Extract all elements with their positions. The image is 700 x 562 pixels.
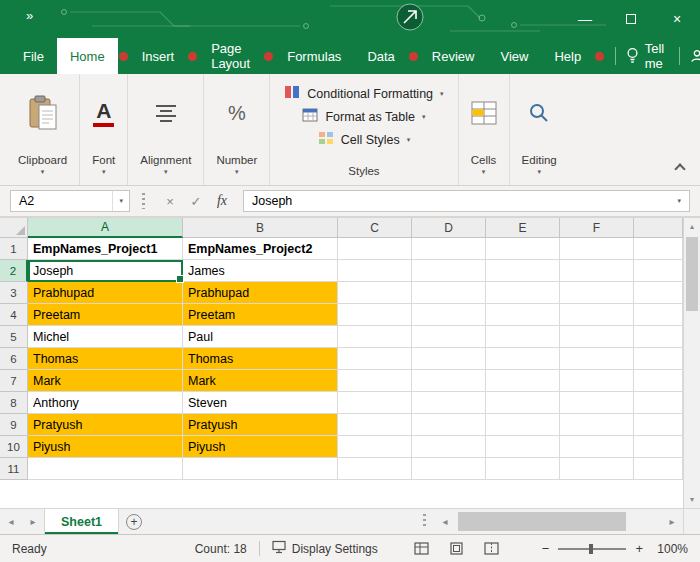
cell-E2[interactable] <box>486 260 560 282</box>
cell-C4[interactable] <box>338 304 412 326</box>
collapse-ribbon-icon[interactable] <box>674 163 685 174</box>
tab-home[interactable]: Home <box>57 38 118 74</box>
column-header-E[interactable]: E <box>486 218 560 238</box>
cell-F8[interactable] <box>560 392 634 414</box>
cell-styles-button[interactable]: Cell Styles ▾ <box>314 128 415 151</box>
cell-E10[interactable] <box>486 436 560 458</box>
cell-B5[interactable]: Paul <box>183 326 338 348</box>
cell-E9[interactable] <box>486 414 560 436</box>
splitter-dots-icon[interactable] <box>423 514 426 529</box>
quick-access-icon[interactable]: » <box>26 9 33 22</box>
cell-G4[interactable] <box>634 304 683 326</box>
cell-B6[interactable]: Thomas <box>183 348 338 370</box>
cell-F3[interactable] <box>560 282 634 304</box>
tab-formulas[interactable]: Formulas <box>274 38 354 74</box>
cell-E8[interactable] <box>486 392 560 414</box>
clipboard-group[interactable]: Clipboard ▾ <box>6 74 79 185</box>
format-as-table-button[interactable]: Format as Table ▾ <box>298 105 429 128</box>
cell-D3[interactable] <box>412 282 486 304</box>
cell-E4[interactable] <box>486 304 560 326</box>
cell-F9[interactable] <box>560 414 634 436</box>
tab-data[interactable]: Data <box>354 38 407 74</box>
row-header-9[interactable]: 9 <box>0 414 28 436</box>
cell-A2-selected[interactable]: Joseph <box>28 260 183 282</box>
status-mode[interactable]: Ready <box>12 542 47 556</box>
horizontal-scrollbar[interactable] <box>456 509 661 534</box>
cell-F4[interactable] <box>560 304 634 326</box>
cell-F2[interactable] <box>560 260 634 282</box>
tab-file[interactable]: File <box>10 38 57 74</box>
cell-C8[interactable] <box>338 392 412 414</box>
cell-A7[interactable]: Mark <box>28 370 183 392</box>
cell-A9[interactable]: Pratyush <box>28 414 183 436</box>
zoom-slider[interactable] <box>558 548 626 550</box>
cell-C3[interactable] <box>338 282 412 304</box>
page-break-view-icon[interactable] <box>482 540 501 557</box>
new-sheet-button[interactable]: + <box>119 509 149 534</box>
number-group[interactable]: % Number ▾ <box>203 74 269 185</box>
cell-G3[interactable] <box>634 282 683 304</box>
chevron-down-icon[interactable]: ▾ <box>677 197 681 205</box>
cell-B9[interactable]: Pratyush <box>183 414 338 436</box>
cell-B4[interactable]: Preetam <box>183 304 338 326</box>
tab-review[interactable]: Review <box>419 38 488 74</box>
cell-G7[interactable] <box>634 370 683 392</box>
cell-D8[interactable] <box>412 392 486 414</box>
zoom-slider-thumb[interactable] <box>589 544 593 554</box>
chevron-down-icon[interactable]: ▾ <box>102 168 106 175</box>
tab-view[interactable]: View <box>487 38 541 74</box>
scroll-up-icon[interactable]: ▴ <box>684 218 700 235</box>
maximize-button[interactable] <box>608 0 654 38</box>
sheet-nav-right-icon[interactable]: ▸ <box>22 509 44 534</box>
column-header-F[interactable]: F <box>560 218 634 238</box>
cell-B10[interactable]: Piyush <box>183 436 338 458</box>
font-group[interactable]: A Font ▾ <box>79 74 127 185</box>
cell-D1[interactable] <box>412 238 486 260</box>
scroll-down-icon[interactable]: ▾ <box>684 491 700 508</box>
cell-E6[interactable] <box>486 348 560 370</box>
editing-group[interactable]: Editing ▾ <box>509 74 569 185</box>
sheet-nav-left-icon[interactable]: ◂ <box>0 509 22 534</box>
cells-group[interactable]: Cells ▾ <box>458 74 509 185</box>
cell-C7[interactable] <box>338 370 412 392</box>
cell-B7[interactable]: Mark <box>183 370 338 392</box>
cell-G2[interactable] <box>634 260 683 282</box>
cell-E11[interactable] <box>486 458 560 480</box>
tell-me-button[interactable]: Tell me <box>645 41 666 71</box>
name-box[interactable]: A2 ▾ <box>10 190 130 212</box>
cell-C2[interactable] <box>338 260 412 282</box>
cell-D10[interactable] <box>412 436 486 458</box>
cell-F7[interactable] <box>560 370 634 392</box>
cancel-entry-button[interactable]: × <box>157 194 183 209</box>
drag-dots-icon[interactable] <box>142 193 145 209</box>
chevron-down-icon[interactable]: ▾ <box>41 168 45 175</box>
cell-C9[interactable] <box>338 414 412 436</box>
tab-page-layout[interactable]: Page Layout <box>198 38 263 74</box>
row-header-3[interactable]: 3 <box>0 282 28 304</box>
tab-help[interactable]: Help <box>541 38 594 74</box>
row-header-7[interactable]: 7 <box>0 370 28 392</box>
alignment-group[interactable]: Alignment ▾ <box>127 74 203 185</box>
cell-E7[interactable] <box>486 370 560 392</box>
cell-C1[interactable] <box>338 238 412 260</box>
cell-D2[interactable] <box>412 260 486 282</box>
cell-E1[interactable] <box>486 238 560 260</box>
row-header-6[interactable]: 6 <box>0 348 28 370</box>
horizontal-scroll-thumb[interactable] <box>458 512 626 531</box>
chevron-down-icon[interactable]: ▾ <box>537 168 541 175</box>
cell-A10[interactable]: Piyush <box>28 436 183 458</box>
cell-F1[interactable] <box>560 238 634 260</box>
chevron-down-icon[interactable]: ▾ <box>112 191 129 211</box>
cell-B1[interactable]: EmpNames_Project2 <box>183 238 338 260</box>
cell-G8[interactable] <box>634 392 683 414</box>
conditional-formatting-button[interactable]: Conditional Formatting ▾ <box>280 82 447 105</box>
chevron-down-icon[interactable]: ▾ <box>482 168 486 175</box>
cell-G5[interactable] <box>634 326 683 348</box>
vertical-scrollbar[interactable]: ▴ ▾ <box>683 218 700 508</box>
cell-A8[interactable]: Anthony <box>28 392 183 414</box>
cell-A1[interactable]: EmpNames_Project1 <box>28 238 183 260</box>
cell-C6[interactable] <box>338 348 412 370</box>
cell-F10[interactable] <box>560 436 634 458</box>
cell-E5[interactable] <box>486 326 560 348</box>
cell-A11[interactable] <box>28 458 183 480</box>
